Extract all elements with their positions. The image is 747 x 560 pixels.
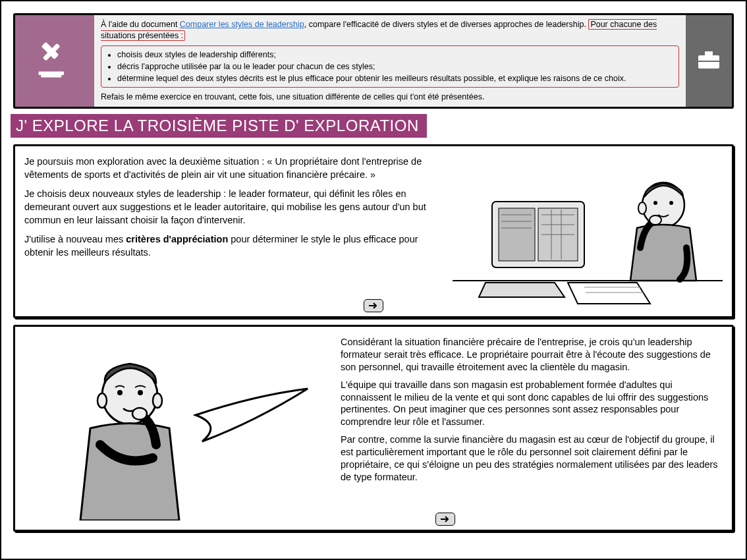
panel-2: Considérant la situation financière préc… xyxy=(13,325,734,532)
svg-point-25 xyxy=(650,215,661,225)
instr-prefix: À l'aide du document xyxy=(101,20,180,29)
panel1-p2: Je choisis deux nouveaux styles de leade… xyxy=(24,188,446,227)
instruction-list: choisis deux styles de leadership différ… xyxy=(101,45,679,88)
instr-bullet: décris l'approche utilisée par la ou le … xyxy=(117,61,673,72)
svg-point-24 xyxy=(638,202,646,214)
panel2-illustration xyxy=(24,336,327,520)
panel2-text: Considérant la situation financière préc… xyxy=(341,336,723,520)
briefcase-icon xyxy=(697,51,721,71)
instruction-body: À l'aide du document Comparer les styles… xyxy=(94,15,686,107)
panel2-p2: L'équipe qui travaille dans son magasin … xyxy=(341,379,723,428)
instruction-card: À l'aide du document Comparer les styles… xyxy=(13,13,734,109)
panel1-illustration xyxy=(453,155,723,307)
svg-point-27 xyxy=(117,390,123,395)
instr-bullet: choisis deux styles de leadership différ… xyxy=(117,49,673,61)
gavel-icon-block xyxy=(15,15,94,107)
briefcase-icon-block xyxy=(686,15,732,107)
instr-bullet: détermine lequel des deux styles décrits… xyxy=(117,73,673,84)
panel-1: Je poursuis mon exploration avec la deux… xyxy=(13,144,734,318)
section-title-wrap: J' EXPLORE LA TROISIÈME PISTE D' EXPLORA… xyxy=(11,114,736,138)
svg-point-22 xyxy=(653,201,657,205)
next-button[interactable] xyxy=(435,513,455,526)
panel1-p1: Je poursuis mon exploration avec la deux… xyxy=(24,155,446,181)
panel1-p3: J'utilise à nouveau mes critères d'appré… xyxy=(24,233,446,259)
svg-rect-6 xyxy=(698,61,719,62)
panel2-p3: Par contre, comme la survie financière d… xyxy=(341,434,723,483)
person-thinking-illustration xyxy=(24,336,327,520)
instr-footer: Refais le même exercice en trouvant, cet… xyxy=(101,92,679,103)
svg-rect-9 xyxy=(499,208,535,261)
gavel-icon xyxy=(32,38,78,84)
instr-mid: , compare l'efficacité de divers styles … xyxy=(304,20,589,29)
svg-point-31 xyxy=(132,408,147,420)
speech-bubble: Considérant la situation financière préc… xyxy=(341,336,723,483)
arrow-right-icon xyxy=(440,515,451,523)
svg-point-28 xyxy=(138,390,143,395)
section-title: J' EXPLORE LA TROISIÈME PISTE D' EXPLORA… xyxy=(11,114,427,138)
arrow-right-icon xyxy=(368,302,379,310)
svg-rect-2 xyxy=(39,71,65,75)
svg-point-30 xyxy=(153,393,162,408)
svg-point-29 xyxy=(97,393,107,408)
svg-point-23 xyxy=(669,201,673,205)
panel1-text: Je poursuis mon exploration avec la deux… xyxy=(24,155,446,307)
next-button[interactable] xyxy=(364,299,383,312)
person-at-computer-illustration xyxy=(453,155,723,307)
doc-link[interactable]: Comparer les styles de leadership xyxy=(180,20,304,29)
svg-rect-4 xyxy=(705,51,713,55)
panel2-p1: Considérant la situation financière préc… xyxy=(341,336,723,374)
svg-rect-3 xyxy=(41,75,62,78)
